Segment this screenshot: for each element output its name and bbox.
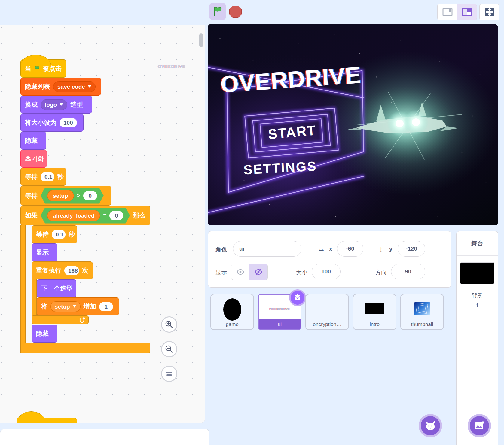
sprite-name-selected: ui: [259, 319, 301, 329]
sprite-info-panel: 角色 ui ↔ x -60 ↕ y -120 显示 大小: [208, 231, 451, 288]
hide-sprite-button[interactable]: [249, 264, 267, 280]
y-position-icon: ↕: [379, 245, 383, 254]
sprite-tile-game[interactable]: game: [210, 294, 254, 330]
x-label: x: [329, 246, 332, 252]
backdrop-thumbnail[interactable]: [460, 262, 494, 284]
sprite-thumbnail: [211, 297, 253, 318]
block-wait-until[interactable]: 等待 setup > 0: [20, 186, 111, 206]
stage-artwork: OVERDRIVE OVERDRIVE OVERDRIVE START SETT…: [208, 24, 498, 225]
sprite-thumbnail: [306, 297, 348, 318]
block-custom-init[interactable]: 초기화: [20, 150, 47, 168]
variable-dropdown[interactable]: setup: [50, 301, 81, 312]
y-position-input[interactable]: -120: [398, 241, 425, 257]
trash-icon: [294, 294, 301, 301]
fullscreen-button[interactable]: [479, 4, 499, 20]
chevron-down-icon: [73, 305, 76, 308]
greater-than-operator[interactable]: setup > 0: [41, 188, 104, 204]
sprite-tile-ui[interactable]: OVERDRIVEui: [258, 294, 301, 330]
variable-already-loaded[interactable]: already_loaded: [47, 210, 100, 221]
block-next-costume[interactable]: 下一个造型: [37, 279, 76, 297]
visibility-toggle: [231, 264, 268, 280]
block-if-then[interactable]: 如果 already_loaded = 0 那么: [20, 206, 150, 225]
zoom-reset-icon: [166, 371, 173, 377]
stage-toolbar: [0, 0, 504, 25]
direction-input[interactable]: 90: [391, 264, 425, 279]
zoom-out-icon: [165, 345, 173, 353]
workspace-scrollbar[interactable]: [199, 33, 203, 47]
backdrop-plus-icon: [474, 421, 485, 431]
sprite-tile-thumbnail[interactable]: thumbnail: [400, 294, 444, 330]
block-hide-list[interactable]: 隐藏列表 save code: [20, 78, 101, 96]
add-backdrop-button[interactable]: [468, 414, 491, 437]
block-repeat[interactable]: 重复执行 168 次: [32, 261, 93, 279]
x-position-icon: ↔: [317, 245, 325, 254]
operand-input[interactable]: 0: [109, 211, 123, 220]
change-amount-input[interactable]: 1: [99, 302, 113, 311]
costume-dropdown[interactable]: logo: [41, 99, 67, 110]
normal-stage-layout-button[interactable]: [457, 4, 477, 20]
equals-operator[interactable]: already_loaded = 0: [41, 208, 130, 224]
show-sprite-button[interactable]: [231, 264, 249, 280]
sprite-name: encryption…: [306, 322, 348, 328]
size-input[interactable]: 100: [60, 118, 77, 127]
sprite-thumbnail: [401, 297, 443, 318]
block-change-variable[interactable]: 将 setup 增加 1: [37, 297, 119, 315]
sprite-name-input[interactable]: ui: [233, 241, 301, 257]
code-workspace[interactable]: OVERDRIVE 当 被点击 隐藏列表 save code 换成 logo: [0, 25, 205, 423]
zoom-in-button[interactable]: [161, 316, 177, 333]
block-set-size[interactable]: 将大小设为 100: [20, 114, 84, 132]
small-stage-icon: [442, 8, 453, 17]
stop-button[interactable]: [229, 6, 242, 18]
x-position-input[interactable]: -60: [337, 241, 363, 257]
repeat-count-input[interactable]: 168: [64, 266, 79, 275]
chevron-down-icon: [88, 85, 91, 88]
green-flag-icon: [212, 6, 223, 17]
block-hide[interactable]: 隐藏: [20, 132, 46, 150]
block-hide-2[interactable]: 隐藏: [32, 325, 57, 343]
backpack-panel[interactable]: [0, 429, 209, 445]
repeat-block-footer: ⮌: [32, 315, 89, 324]
eye-icon: [237, 269, 244, 275]
sprite-tile-encryption-[interactable]: encryption…: [305, 294, 349, 330]
sprite-name: thumbnail: [401, 322, 443, 328]
wait-input[interactable]: 0.1: [52, 230, 66, 239]
eye-slash-icon: [255, 269, 262, 275]
backdrop-label: 背景: [457, 292, 498, 299]
zoom-out-button[interactable]: [161, 341, 177, 357]
if-block-footer: [20, 343, 150, 353]
sprite-tile-intro[interactable]: intro: [353, 294, 396, 330]
wait-input[interactable]: 0.1: [41, 172, 54, 181]
list-dropdown[interactable]: save code: [53, 81, 96, 92]
delete-sprite-button[interactable]: [289, 289, 306, 306]
y-label: y: [389, 246, 393, 252]
fullscreen-icon: [485, 7, 494, 17]
operand-input[interactable]: 0: [83, 191, 97, 200]
backdrop-count: 1: [457, 303, 498, 309]
stage-selector-panel[interactable]: 舞台 背景 1: [456, 231, 498, 445]
zoom-in-icon: [165, 320, 173, 329]
repeat-block-arm: [32, 279, 37, 316]
loop-arrow-icon: ⮌: [78, 316, 86, 323]
stage-viewport[interactable]: OVERDRIVE OVERDRIVE OVERDRIVE START SETT…: [208, 24, 498, 225]
small-stage-layout-button[interactable]: [437, 4, 457, 20]
show-label: 显示: [215, 269, 227, 276]
block-show[interactable]: 显示: [32, 243, 57, 261]
block-wait-seconds[interactable]: 等待 0.1 秒: [20, 168, 66, 186]
scratch-editor: OVERDRIVE 当 被点击 隐藏列表 save code 换成 logo: [0, 0, 504, 445]
sprite-thumbnail: [353, 297, 396, 318]
sprite-watermark: OVERDRIVE: [158, 64, 185, 69]
cat-plus-icon: [424, 420, 436, 431]
block-switch-costume[interactable]: 换成 logo 造型: [20, 96, 92, 114]
if-block-arm: [20, 225, 26, 353]
add-sprite-button[interactable]: [419, 414, 442, 437]
zoom-reset-button[interactable]: [161, 366, 177, 382]
green-flag-button[interactable]: [209, 3, 226, 20]
block-wait-seconds-2[interactable]: 等待 0.1 秒: [32, 225, 77, 243]
sprite-label: 角色: [215, 246, 227, 254]
block-when-flag-clicked[interactable]: 当 被点击: [20, 59, 66, 78]
direction-label: 方向: [375, 269, 387, 276]
flag-icon: [34, 65, 40, 72]
size-input[interactable]: 100: [312, 264, 341, 279]
variable-setup[interactable]: setup: [47, 190, 74, 201]
next-script-hat-partial[interactable]: [17, 418, 77, 423]
